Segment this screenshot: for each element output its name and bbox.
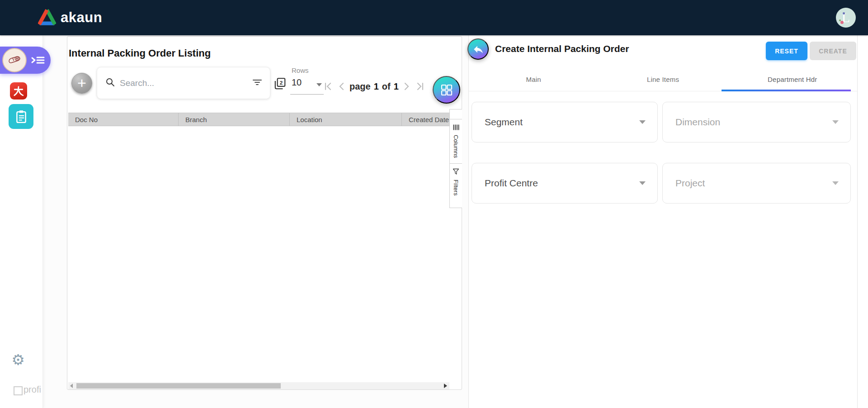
create-order-panel: Create Internal Packing Order RESET CREA… bbox=[468, 35, 868, 408]
grid-icon bbox=[440, 84, 453, 96]
panel-right-border bbox=[857, 35, 858, 408]
chevron-down-icon bbox=[316, 83, 322, 86]
search-icon bbox=[105, 77, 115, 89]
tab-columns[interactable]: Columns bbox=[450, 119, 462, 164]
page-word: page bbox=[349, 81, 371, 92]
settings-gear-icon[interactable]: ⚙ bbox=[9, 351, 27, 369]
table-header-row: Doc No Branch Location Created Date bbox=[68, 113, 449, 126]
plus-icon: + bbox=[77, 75, 86, 90]
active-module-icon[interactable] bbox=[2, 48, 27, 72]
previous-page-button[interactable] bbox=[336, 81, 346, 92]
sidebar-item-red-app[interactable] bbox=[10, 82, 27, 100]
grid-view-button[interactable] bbox=[433, 76, 460, 104]
profile-broken-image: profi bbox=[14, 384, 41, 395]
avatar-flower-decoration bbox=[843, 12, 845, 14]
user-avatar[interactable]: L bbox=[836, 8, 856, 28]
active-tab-indicator bbox=[722, 90, 851, 91]
profit-centre-dropdown-label: Profit Centre bbox=[485, 178, 538, 189]
reset-button[interactable]: RESET bbox=[766, 42, 807, 60]
of-word: of bbox=[382, 81, 391, 92]
columns-bars-icon bbox=[453, 124, 459, 132]
dimension-dropdown-label: Dimension bbox=[675, 117, 720, 128]
page-title: Internal Packing Order Listing bbox=[69, 47, 211, 59]
top-navbar: akaun L bbox=[0, 0, 868, 35]
project-dropdown[interactable]: Project bbox=[662, 163, 851, 204]
tab-filters-label: Filters bbox=[453, 180, 459, 195]
clipboard-icon bbox=[14, 109, 28, 124]
rows-per-page-label: Rows bbox=[292, 66, 309, 74]
listing-card: Internal Packing Order Listing + bbox=[67, 36, 462, 390]
horizontal-scrollbar[interactable] bbox=[68, 382, 449, 389]
pagination: page 1 of 1 bbox=[323, 79, 425, 94]
tab-main[interactable]: Main bbox=[469, 68, 598, 91]
filter-funnel-icon bbox=[453, 168, 459, 177]
profile-alt-text: profi bbox=[24, 384, 41, 395]
back-arrow-icon bbox=[472, 43, 484, 55]
back-button[interactable] bbox=[467, 38, 489, 60]
brand-logo[interactable]: akaun bbox=[38, 9, 102, 27]
scroll-right-arrow-icon[interactable] bbox=[444, 384, 447, 388]
scroll-left-arrow-icon[interactable] bbox=[70, 384, 73, 388]
chevron-down-icon bbox=[639, 181, 646, 185]
tab-department-hdr[interactable]: Department Hdr bbox=[728, 68, 857, 91]
search-box bbox=[97, 67, 270, 99]
rows-per-page-select[interactable]: 10 bbox=[290, 76, 324, 95]
svg-text:2: 2 bbox=[280, 80, 283, 85]
cjk-da-glyph-icon bbox=[13, 85, 24, 97]
scrollbar-thumb[interactable] bbox=[76, 383, 281, 389]
tab-line-items[interactable]: Line Items bbox=[598, 68, 727, 91]
tab-columns-label: Columns bbox=[453, 135, 459, 158]
brand-wordmark: akaun bbox=[61, 9, 102, 26]
next-page-button[interactable] bbox=[402, 81, 412, 92]
column-header-doc-no: Doc No bbox=[68, 113, 179, 126]
segment-dropdown-label: Segment bbox=[485, 117, 523, 128]
segment-dropdown[interactable]: Segment bbox=[472, 102, 658, 142]
column-header-created-date: Created Date bbox=[402, 113, 449, 126]
side-tabs-cap bbox=[450, 109, 462, 119]
duplicate-layer-2-icon[interactable]: 2 bbox=[273, 77, 287, 92]
dimension-dropdown[interactable]: Dimension bbox=[662, 102, 851, 142]
add-record-button[interactable]: + bbox=[71, 73, 92, 94]
app-root: akaun L bbox=[0, 0, 868, 408]
table-body-empty bbox=[68, 126, 449, 382]
avatar-flower-decoration bbox=[839, 19, 841, 21]
first-page-button[interactable] bbox=[323, 81, 333, 92]
profit-centre-dropdown[interactable]: Profit Centre bbox=[472, 163, 658, 204]
left-sidebar: ⚙ profi bbox=[0, 35, 43, 408]
project-dropdown-label: Project bbox=[675, 178, 705, 189]
table-side-tabs: Columns Filters bbox=[449, 109, 462, 208]
panel-title: Create Internal Packing Order bbox=[495, 43, 629, 54]
column-header-location: Location bbox=[290, 113, 402, 126]
broken-image-icon bbox=[14, 386, 23, 395]
sidebar-active-module-pill[interactable] bbox=[0, 47, 51, 74]
chevron-down-icon bbox=[832, 120, 839, 124]
chevron-down-icon bbox=[832, 181, 839, 185]
search-input[interactable] bbox=[120, 78, 252, 88]
last-page-button[interactable] bbox=[415, 81, 425, 92]
panel-tabs: Main Line Items Department Hdr bbox=[469, 68, 857, 91]
rows-per-page-value: 10 bbox=[292, 77, 302, 88]
akaun-triangle-icon bbox=[38, 9, 56, 27]
total-pages-number: 1 bbox=[394, 81, 399, 92]
collapse-menu-icon[interactable] bbox=[31, 54, 45, 68]
module-lineart-icon bbox=[7, 54, 22, 66]
avatar-flower-decoration bbox=[840, 21, 844, 24]
filter-list-icon[interactable] bbox=[252, 78, 263, 89]
tab-filters[interactable]: Filters bbox=[450, 164, 462, 208]
sidebar-item-listing-app[interactable] bbox=[9, 104, 33, 129]
column-header-branch: Branch bbox=[179, 113, 290, 126]
current-page-number: 1 bbox=[374, 81, 379, 92]
chevron-down-icon bbox=[639, 120, 646, 124]
create-button[interactable]: CREATE bbox=[810, 42, 856, 60]
